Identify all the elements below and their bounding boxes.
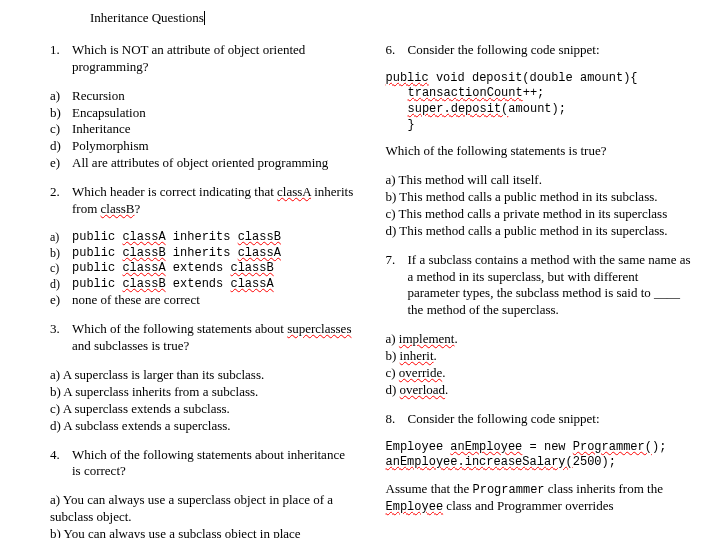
q4-options: a) You can always use a superclass objec… <box>50 492 356 538</box>
q-number: 7. <box>386 252 408 320</box>
option: d) This method calls a public method in … <box>386 223 692 240</box>
question-7: 7. If a subclass contains a method with … <box>386 252 692 320</box>
q-text: Which of the following statements about … <box>72 447 356 481</box>
option: d) overload. <box>386 382 692 399</box>
code-snippet: Employee anEmployee = new Programmer(); … <box>386 440 692 471</box>
q-text: Consider the following code snippet: <box>408 411 692 428</box>
q-text: Consider the following code snippet: <box>408 42 692 59</box>
code-snippet: public void deposit(double amount){ tran… <box>386 71 692 133</box>
q-number: 6. <box>386 42 408 59</box>
option: a)public classA inherits classB <box>50 230 356 246</box>
follow-text: Which of the following statements is tru… <box>386 143 692 160</box>
option: b) inherit. <box>386 348 692 365</box>
question-3: 3. Which of the following statements abo… <box>50 321 356 355</box>
option: b)public classB inherits classA <box>50 246 356 262</box>
option: a) A superclass is larger than its subcl… <box>50 367 356 384</box>
spelling-squiggle: superclasses <box>287 321 351 336</box>
q2-options: a)public classA inherits classB b)public… <box>50 230 356 309</box>
option: b) This method calls a public method in … <box>386 189 692 206</box>
q1-options: a)Recursion b)Encapsulation c)Inheritanc… <box>50 88 356 172</box>
q-number: 8. <box>386 411 408 428</box>
right-column: 6. Consider the following code snippet: … <box>386 42 692 538</box>
option: c) A superclass extends a subclass. <box>50 401 356 418</box>
option: a)Recursion <box>50 88 356 105</box>
option: c) override. <box>386 365 692 382</box>
question-4: 4. Which of the following statements abo… <box>50 447 356 481</box>
option: b) A superclass inherits from a subclass… <box>50 384 356 401</box>
option: a) You can always use a superclass objec… <box>50 492 356 526</box>
option: e)All are attributes of object oriented … <box>50 155 356 172</box>
q-number: 3. <box>50 321 72 355</box>
q-text: Which header is correct indicating that … <box>72 184 356 218</box>
question-1: 1. Which is NOT an attribute of object o… <box>50 42 356 76</box>
option: c)Inheritance <box>50 121 356 138</box>
q-text: If a subclass contains a method with the… <box>408 252 692 320</box>
option: a) This method will call itself. <box>386 172 692 189</box>
question-6: 6. Consider the following code snippet: <box>386 42 692 59</box>
option: b)Encapsulation <box>50 105 356 122</box>
option: b) You can always use a subclass object … <box>50 526 356 538</box>
option: c)public classA extends classB <box>50 261 356 277</box>
q-text: Which is NOT an attribute of object orie… <box>72 42 356 76</box>
option: d)Polymorphism <box>50 138 356 155</box>
spelling-squiggle: classA <box>277 184 311 199</box>
q-number: 1. <box>50 42 72 76</box>
option: e)none of these are correct <box>50 292 356 309</box>
q-text: Which of the following statements about … <box>72 321 356 355</box>
page-title: Inheritance Questions <box>90 10 691 27</box>
spelling-squiggle: classB <box>101 201 135 216</box>
option: a) implement. <box>386 331 692 348</box>
two-column-layout: 1. Which is NOT an attribute of object o… <box>50 42 691 538</box>
option: d)public classB extends classA <box>50 277 356 293</box>
question-2: 2. Which header is correct indicating th… <box>50 184 356 218</box>
q-number: 4. <box>50 447 72 481</box>
left-column: 1. Which is NOT an attribute of object o… <box>50 42 356 538</box>
question-8: 8. Consider the following code snippet: <box>386 411 692 428</box>
q-number: 2. <box>50 184 72 218</box>
follow-text: Assume that the Programmer class inherit… <box>386 481 692 516</box>
option: d) A subclass extends a superclass. <box>50 418 356 435</box>
text-cursor <box>204 11 205 25</box>
q3-options: a) A superclass is larger than its subcl… <box>50 367 356 435</box>
option: c) This method calls a private method in… <box>386 206 692 223</box>
q6-options: a) This method will call itself. b) This… <box>386 172 692 240</box>
q7-options: a) implement. b) inherit. c) override. d… <box>386 331 692 399</box>
